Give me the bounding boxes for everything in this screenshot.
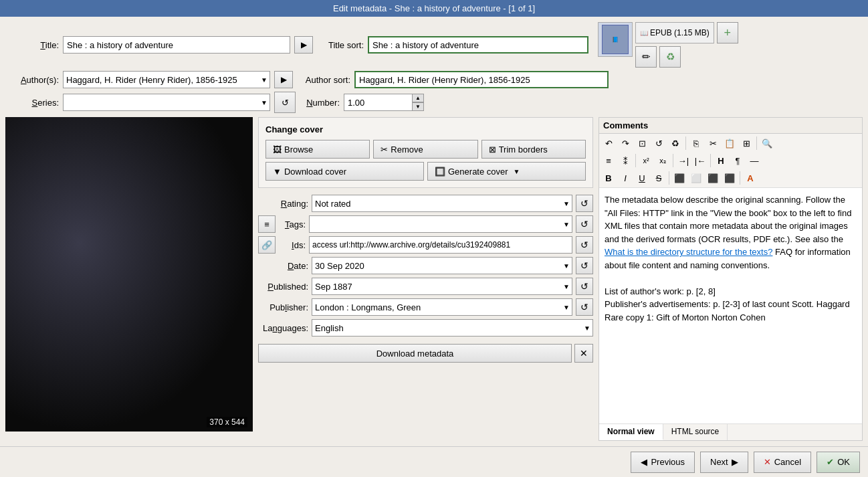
- indent-button[interactable]: →|: [675, 153, 691, 169]
- paste-button[interactable]: 📋: [722, 135, 738, 151]
- trim-borders-button[interactable]: ⊠ Trim borders: [481, 140, 586, 159]
- author-sort-input[interactable]: [354, 71, 609, 88]
- ids-input[interactable]: [309, 236, 572, 254]
- number-up-button[interactable]: ▲: [412, 94, 424, 102]
- list-ol-button[interactable]: ⁑: [617, 153, 633, 169]
- title-label: Title:: [5, 40, 59, 50]
- author-select[interactable]: Haggard, H. Rider (Henry Rider), 1856-19…: [63, 71, 270, 88]
- title-sort-input[interactable]: [368, 36, 588, 54]
- justify-button[interactable]: ⬛: [722, 170, 738, 186]
- published-row: Published: Sep 1887 ▼ ↺: [258, 278, 593, 295]
- bottom-bar: ◀ Previous Next ▶ ✕ Cancel ✔ OK: [0, 446, 868, 477]
- ids-icon-button[interactable]: 🔗: [258, 236, 276, 254]
- editor-footer: Normal view HTML source: [599, 423, 862, 440]
- published-refresh-button[interactable]: ↺: [576, 278, 593, 295]
- clear-format-button[interactable]: ↺: [651, 135, 667, 151]
- comments-section: Comments ↶ ↷ ⊡ ↺ ♻ ⎘ ✂ 📋 ⊞: [599, 117, 863, 441]
- hr-button[interactable]: —: [746, 153, 762, 169]
- tags-refresh-button[interactable]: ↺: [576, 215, 593, 233]
- epub-format-label: EPUB (1.15 MB): [650, 28, 710, 37]
- undo-button[interactable]: ↶: [601, 135, 617, 151]
- title-sort-label: Title sort:: [317, 40, 364, 50]
- search-button[interactable]: 🔍: [759, 135, 775, 151]
- cover-area: 370 x 544: [5, 117, 253, 441]
- outdent-button[interactable]: |←: [692, 153, 708, 169]
- ok-button[interactable]: ✔ OK: [817, 452, 860, 473]
- strikethrough-button[interactable]: S: [651, 170, 667, 186]
- next-arrow-icon: ▶: [732, 457, 738, 467]
- normal-view-tab[interactable]: Normal view: [599, 424, 663, 440]
- author-wrapper: Haggard, H. Rider (Henry Rider), 1856-19…: [63, 71, 270, 88]
- toolbar-sep-4: [673, 154, 673, 167]
- generate-cover-button[interactable]: 🔲 Generate cover ▼: [427, 162, 586, 181]
- cut-button[interactable]: ✂: [705, 135, 721, 151]
- editor-content[interactable]: The metadata below describe the original…: [599, 188, 862, 423]
- previous-button[interactable]: ◀ Previous: [631, 452, 695, 473]
- series-refresh-button[interactable]: ↺: [274, 92, 296, 113]
- remove-button[interactable]: ✂ Remove: [373, 140, 477, 159]
- color-button[interactable]: A: [742, 170, 758, 186]
- browse-button[interactable]: 🖼 Browse: [265, 140, 370, 159]
- title-input[interactable]: [63, 36, 290, 54]
- tags-select[interactable]: [309, 215, 572, 233]
- cover-image: 370 x 544: [5, 117, 253, 432]
- ids-refresh-button[interactable]: ↺: [576, 236, 593, 254]
- comments-link[interactable]: What is the directory structure for the …: [605, 247, 772, 257]
- align-center-button[interactable]: ⬜: [688, 170, 704, 186]
- series-select[interactable]: [63, 94, 270, 111]
- date-refresh-button[interactable]: ↺: [576, 257, 593, 274]
- publisher-select[interactable]: London : Longmans, Green: [312, 298, 572, 316]
- published-select[interactable]: Sep 1887: [312, 278, 572, 295]
- html-source-tab[interactable]: HTML source: [663, 424, 728, 440]
- ids-refresh-icon: ↺: [580, 240, 588, 250]
- superscript-button[interactable]: x²: [638, 153, 654, 169]
- list-ul-button[interactable]: ≡: [601, 153, 617, 169]
- download-cover-button[interactable]: ▼ Download cover: [265, 162, 424, 181]
- tags-icon-button[interactable]: ≡: [258, 215, 276, 233]
- cancel-x-icon: ✕: [764, 457, 771, 467]
- published-label: Published:: [258, 282, 308, 292]
- languages-label: Languages:: [258, 323, 308, 333]
- next-button[interactable]: Next ▶: [700, 452, 748, 473]
- align-right-button[interactable]: ⬛: [705, 170, 721, 186]
- underline-button[interactable]: U: [634, 170, 650, 186]
- copy-button[interactable]: ⎘: [688, 135, 704, 151]
- ids-label: Ids:: [279, 240, 306, 250]
- toolbar-sep-7: [740, 171, 740, 185]
- paste2-button[interactable]: ⊞: [738, 135, 754, 151]
- languages-select[interactable]: English: [312, 319, 593, 337]
- download-metadata-button[interactable]: Download metadata: [258, 344, 572, 363]
- title-bar: Edit metadata - She : a history of adven…: [0, 0, 868, 17]
- title-arrow-button[interactable]: ▶: [294, 36, 313, 54]
- add-format-button[interactable]: +: [717, 22, 738, 43]
- author-arrow-button[interactable]: ▶: [274, 71, 293, 88]
- redo-button[interactable]: ↷: [617, 135, 633, 151]
- rating-refresh-button[interactable]: ↺: [576, 195, 593, 212]
- rating-select[interactable]: Not rated 1 2 3 4 5: [312, 195, 572, 212]
- top-fields: Title: ▶ Title sort: 📘 📖 EPUB (1.15 MB) …: [5, 22, 863, 113]
- align-left-button[interactable]: ⬛: [671, 170, 687, 186]
- rating-row: Rating: Not rated 1 2 3 4 5 ▼ ↺: [258, 195, 593, 212]
- ok-check-icon: ✔: [827, 457, 834, 467]
- number-down-button[interactable]: ▼: [412, 102, 424, 111]
- italic-button[interactable]: I: [617, 170, 633, 186]
- date-select[interactable]: 30 Sep 2020: [312, 257, 572, 274]
- window-title: Edit metadata - She : a history of adven…: [333, 3, 535, 13]
- remove-format-button[interactable]: ♻: [659, 46, 681, 68]
- subscript-button[interactable]: x₂: [655, 153, 671, 169]
- browse-icon: 🖼: [273, 145, 282, 155]
- toolbar-sep-6: [669, 171, 669, 185]
- special-chars-button[interactable]: ¶: [730, 153, 746, 169]
- heading-button[interactable]: H: [713, 153, 729, 169]
- toolbar-row-3: B I U S ⬛ ⬜ ⬛ ⬛ A: [601, 170, 861, 186]
- bold-button[interactable]: B: [601, 170, 617, 186]
- copy-all-button[interactable]: ⊡: [634, 135, 650, 151]
- change-cover-title: Change cover: [265, 124, 586, 134]
- published-select-wrapper: Sep 1887 ▼: [312, 278, 572, 295]
- publisher-refresh-button[interactable]: ↺: [576, 298, 593, 316]
- tags-label: Tags:: [279, 219, 306, 229]
- recycle-button[interactable]: ♻: [667, 135, 683, 151]
- toolbar-sep-1: [685, 136, 686, 150]
- cancel-button[interactable]: ✕ Cancel: [754, 452, 811, 473]
- edit-format-button[interactable]: ✏: [635, 46, 657, 68]
